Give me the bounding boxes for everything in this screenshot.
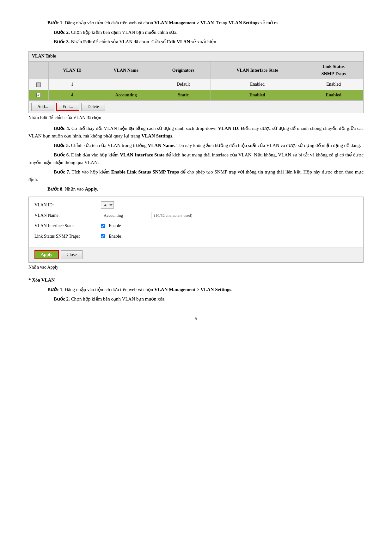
form-row-interface-state: VLAN Interface State: Enable bbox=[34, 222, 358, 229]
step3-paragraph: Bước 3. Nhấn Edit để chỉnh sửa VLAN đã c… bbox=[28, 38, 364, 46]
link-status-value: Enable bbox=[101, 233, 121, 240]
table-caption: Nhấn Edit để chỉnh sửa VLAN đã chọn bbox=[28, 114, 364, 121]
link-status-enable-label: Enable bbox=[109, 233, 121, 240]
step2-desc: Chọn hộp kiểm bên cạnh VLAN bạn muốn chỉ… bbox=[70, 30, 178, 35]
step2-label: Bước 2. bbox=[54, 30, 70, 35]
interface-state-enable-label: Enable bbox=[109, 222, 121, 229]
char-count: (10/32 characters used) bbox=[154, 212, 192, 219]
step6-bold: VLAN Interface State bbox=[120, 152, 164, 157]
del-step1-label: Bước 1 bbox=[47, 287, 62, 292]
vlan-table-wrapper: VLAN Table VLAN ID VLAN Name Originators… bbox=[28, 51, 364, 113]
step5-bold: VLAN Name. bbox=[148, 143, 176, 148]
step4-label: Bước 4. bbox=[54, 126, 70, 131]
row2-vlan-id: 4 bbox=[48, 90, 96, 100]
row2-checkbox[interactable] bbox=[29, 90, 49, 100]
step1-desc2: . Trang bbox=[214, 20, 229, 25]
step5-desc2: Tên này không ảnh hưởng đến hiệu suất củ… bbox=[175, 143, 361, 148]
step3-bold2: Edit VLAN bbox=[167, 39, 190, 44]
form-row-vlan-name: VLAN Name: (10/32 characters used) bbox=[34, 212, 358, 219]
col-interface-state: VLAN Interface State bbox=[211, 62, 304, 79]
step7-paragraph: Bước 7. Tích vào hộp kiểm Enable Link St… bbox=[28, 168, 364, 183]
step3-desc2: để chỉnh sửa VLAN đã chọn. Cửa sổ bbox=[92, 39, 167, 44]
delete-button[interactable]: Delete bbox=[81, 103, 105, 111]
step7-bold: Enable Link Status SNMP Traps bbox=[111, 169, 179, 174]
col-vlan-name: VLAN Name bbox=[96, 62, 156, 79]
step7-label: Bước 7. bbox=[54, 169, 70, 174]
form-body: VLAN ID: 4 VLAN Name: (10/32 characters … bbox=[29, 197, 363, 247]
del-step1-desc: . Đăng nhập vào tiện ích dựa trên web và… bbox=[62, 287, 154, 292]
step4-bold: VLAN ID bbox=[218, 126, 238, 131]
step5-desc: Chỉnh sửa tên của VLAN trong trường bbox=[70, 143, 148, 148]
vlan-name-label: VLAN Name: bbox=[34, 212, 101, 219]
step4-paragraph: Bước 4. Có thể thay đổi VLAN hiện tại bằ… bbox=[28, 125, 364, 140]
section-heading: * Xóa VLAN bbox=[28, 276, 364, 284]
step4-desc3: . bbox=[172, 133, 174, 138]
del-step1-bold1: VLAN Management > VLAN Settings bbox=[154, 287, 231, 292]
step8-bold: Apply. bbox=[85, 186, 98, 192]
row1-interface-state: Enabled bbox=[211, 79, 304, 90]
vlan-id-label: VLAN ID: bbox=[34, 202, 101, 209]
vlan-name-value: (10/32 characters used) bbox=[101, 212, 192, 219]
step8-label: Bước 8 bbox=[47, 186, 62, 192]
checkbox-checked[interactable] bbox=[36, 93, 41, 97]
vlan-id-value: 4 bbox=[101, 201, 114, 209]
step6-label: Bước 6. bbox=[54, 152, 70, 157]
col-vlan-id: VLAN ID bbox=[48, 62, 96, 79]
del-step1-paragraph: Bước 1. Đăng nhập vào tiện ích dựa trên … bbox=[28, 286, 364, 293]
step8-desc: . Nhấn vào bbox=[62, 186, 85, 192]
interface-state-label: VLAN Interface State: bbox=[34, 222, 101, 229]
close-button[interactable]: Close bbox=[61, 250, 83, 259]
step2-paragraph: Bước 2. Chọn hộp kiểm bên cạnh VLAN bạn … bbox=[28, 28, 364, 36]
form-caption: Nhấn vào Apply bbox=[28, 264, 364, 271]
table-header-row: VLAN ID VLAN Name Originators VLAN Inter… bbox=[29, 62, 363, 79]
vlan-table: VLAN ID VLAN Name Originators VLAN Inter… bbox=[29, 61, 363, 100]
col-link-status: Link StatusSNMP Traps bbox=[304, 62, 363, 79]
row1-vlan-id: 1 bbox=[48, 79, 96, 90]
page-number: 5 bbox=[28, 315, 364, 322]
step3-label: Bước 3. bbox=[54, 39, 70, 44]
col-originators: Originators bbox=[156, 62, 211, 79]
apply-button[interactable]: Apply bbox=[34, 250, 59, 259]
step4-desc: Có thể thay đổi VLAN hiện tại bằng cách … bbox=[70, 126, 218, 131]
del-step2-paragraph: Bước 2. Chọn hộp kiểm bên cạnh VLAN bạn … bbox=[28, 295, 364, 303]
link-status-checkbox[interactable] bbox=[101, 234, 105, 238]
edit-button[interactable]: Edit... bbox=[56, 103, 80, 111]
del-step2-label: Bước 2. bbox=[54, 296, 70, 301]
table-row: 4 Accounting Static Enabled Enabled bbox=[29, 90, 363, 100]
step4-bold2: VLAN Settings bbox=[141, 133, 172, 138]
step1-label: Bước 1 bbox=[47, 20, 62, 25]
vlan-actions-bar: Add... Edit... Delete bbox=[29, 100, 363, 113]
add-button[interactable]: Add... bbox=[31, 103, 54, 111]
step7-desc: Tích vào hộp kiểm bbox=[70, 169, 111, 174]
row2-vlan-name: Accounting bbox=[96, 90, 156, 100]
checkbox-unchecked[interactable] bbox=[36, 82, 41, 87]
del-step2-desc: Chọn hộp kiểm bên cạnh VLAN bạn muốn xóa… bbox=[70, 296, 166, 301]
row2-originators: Static bbox=[156, 90, 211, 100]
interface-state-checkbox[interactable] bbox=[101, 224, 105, 228]
step1-desc: . Đăng nhập vào tiện ích dựa trên web và… bbox=[62, 20, 154, 25]
interface-state-value: Enable bbox=[101, 222, 121, 229]
step3-desc: Nhấn bbox=[70, 39, 83, 44]
vlan-table-title: VLAN Table bbox=[29, 52, 363, 61]
form-footer: Apply Close bbox=[29, 247, 363, 262]
step1-bold1: VLAN Management > VLAN bbox=[154, 20, 214, 25]
step8-paragraph: Bước 8. Nhấn vào Apply. bbox=[28, 185, 364, 193]
del-step1-desc2: . bbox=[231, 287, 232, 292]
step6-paragraph: Bước 6. Đánh dấu vào hộp kiểm VLAN Inter… bbox=[28, 151, 364, 166]
edit-vlan-form: VLAN ID: 4 VLAN Name: (10/32 characters … bbox=[28, 197, 364, 263]
row1-vlan-name bbox=[96, 79, 156, 90]
row2-link-status: Enabled bbox=[304, 90, 363, 100]
row1-link-status: Enabled bbox=[304, 79, 363, 90]
step6-desc: Đánh dấu vào hộp kiểm bbox=[70, 152, 120, 157]
col-checkbox bbox=[29, 62, 49, 79]
row1-checkbox[interactable] bbox=[29, 79, 49, 90]
vlan-name-input[interactable] bbox=[101, 212, 151, 219]
step3-desc3: sẽ xuất hiện. bbox=[190, 39, 217, 44]
table-row: 1 Default Enabled Enabled bbox=[29, 79, 363, 90]
row1-originators: Default bbox=[156, 79, 211, 90]
step3-bold: Edit bbox=[83, 39, 92, 44]
step1-paragraph: Bước 1. Đăng nhập vào tiện ích dựa trên … bbox=[28, 19, 364, 27]
step1-desc3: sẽ mở ra. bbox=[259, 20, 279, 25]
form-row-link-status: Link Status SNMP Traps: Enable bbox=[34, 233, 358, 240]
vlan-id-select[interactable]: 4 bbox=[101, 201, 114, 209]
